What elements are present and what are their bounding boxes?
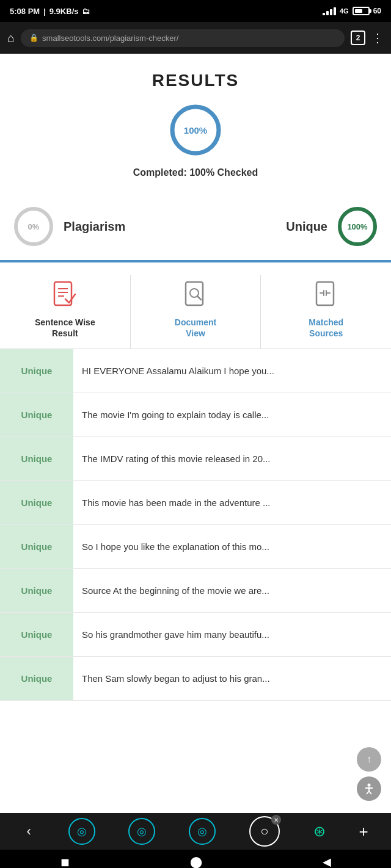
results-title: RESULTS bbox=[12, 71, 379, 90]
matched-icon bbox=[315, 281, 337, 311]
unique-circle: 100% bbox=[336, 205, 379, 248]
result-text: Then Sam slowly began to adjust to his g… bbox=[82, 672, 270, 685]
sentence-icon bbox=[53, 281, 76, 311]
network-speed: | bbox=[43, 7, 46, 16]
result-text-cell: The IMDV rating of this movie released i… bbox=[73, 437, 391, 480]
table-row: Unique The IMDV rating of this movie rel… bbox=[0, 437, 391, 481]
tab-document-label: DocumentView bbox=[175, 317, 216, 339]
accessibility-button[interactable] bbox=[357, 776, 381, 801]
tab-sentence-label: Sentence WiseResult bbox=[35, 317, 95, 339]
menu-icon[interactable]: ⋮ bbox=[371, 31, 384, 45]
results-section: RESULTS 100% Completed: 100% Checked bbox=[0, 54, 391, 205]
floating-buttons: ↑ bbox=[357, 747, 381, 801]
table-row: Unique So I hope you like the explanatio… bbox=[0, 525, 391, 569]
add-tab-button[interactable]: + bbox=[359, 822, 368, 841]
badge-label: Unique bbox=[21, 366, 53, 376]
battery-icon bbox=[353, 7, 370, 15]
unique-badge: Unique bbox=[0, 437, 73, 480]
badge-label: Unique bbox=[21, 497, 53, 508]
storage-icon: 🗂 bbox=[82, 7, 90, 16]
svg-point-17 bbox=[368, 784, 371, 787]
back-button[interactable]: ◼ bbox=[60, 855, 70, 868]
unique-label: Unique bbox=[286, 220, 327, 234]
close-badge: ✕ bbox=[271, 815, 281, 825]
svg-rect-12 bbox=[316, 282, 334, 305]
result-text: The movie I'm going to explain today is … bbox=[82, 408, 269, 421]
document-icon bbox=[185, 281, 206, 311]
results-table: Unique HI EVERYONE Assalamu Alaikum I ho… bbox=[0, 349, 391, 701]
svg-line-21 bbox=[369, 791, 371, 794]
unique-stat: Unique 100% bbox=[286, 205, 379, 248]
scroll-top-button[interactable]: ↑ bbox=[357, 747, 381, 772]
unique-badge: Unique bbox=[0, 569, 73, 612]
result-text-cell: Then Sam slowly began to adjust to his g… bbox=[73, 657, 391, 700]
url-bar[interactable]: 🔒 smallseotools.com/plagiarism-checker/ bbox=[21, 29, 345, 47]
steemit-icon[interactable]: ⊛ bbox=[313, 823, 326, 840]
tab-count[interactable]: 2 bbox=[351, 31, 365, 45]
badge-label: Unique bbox=[21, 673, 53, 684]
table-row: Unique So his grandmother gave him many … bbox=[0, 613, 391, 657]
tabs-section: Sentence WiseResult DocumentView bbox=[0, 262, 391, 349]
system-nav: ◼ ⬤ ◀ bbox=[0, 850, 391, 868]
tab-matched-sources[interactable]: MatchedSources bbox=[261, 275, 391, 349]
network-speed-value: 9.9KB/s bbox=[49, 7, 79, 16]
table-row: Unique Then Sam slowly began to adjust t… bbox=[0, 657, 391, 701]
result-text: So his grandmother gave him many beautif… bbox=[82, 628, 269, 641]
progress-percent: 100% bbox=[184, 125, 207, 136]
lock-icon: 🔒 bbox=[29, 34, 38, 42]
plagiarism-percent: 0% bbox=[28, 222, 40, 231]
result-text: This movie has been made in the adventur… bbox=[82, 496, 271, 509]
badge-label: Unique bbox=[21, 585, 53, 596]
result-text-cell: So I hope you like the explanation of th… bbox=[73, 525, 391, 568]
unique-percent: 100% bbox=[347, 222, 367, 231]
tab-document-view[interactable]: DocumentView bbox=[131, 275, 261, 349]
recents-button[interactable]: ◀ bbox=[323, 855, 331, 868]
bottom-nav: ‹ ◎ ◎ ◎ ○ ✕ ⊛ + bbox=[0, 813, 391, 850]
svg-rect-9 bbox=[186, 282, 203, 305]
unique-badge: Unique bbox=[0, 349, 73, 392]
browser-btn-3[interactable]: ◎ bbox=[189, 818, 216, 845]
progress-circle: 100% bbox=[168, 103, 223, 157]
home-icon[interactable]: ⌂ bbox=[7, 31, 15, 45]
main-content: RESULTS 100% Completed: 100% Checked 0% … bbox=[0, 54, 391, 813]
unique-badge: Unique bbox=[0, 393, 73, 436]
status-icons: 4G 60 bbox=[323, 7, 381, 15]
plagiarism-label: Plagiarism bbox=[64, 220, 125, 234]
browser-bar: ⌂ 🔒 smallseotools.com/plagiarism-checker… bbox=[0, 22, 391, 54]
unique-badge: Unique bbox=[0, 481, 73, 524]
home-button[interactable]: ⬤ bbox=[190, 855, 202, 868]
browser-btn-active[interactable]: ○ ✕ bbox=[249, 816, 280, 847]
time-display: 5:08 PM bbox=[10, 7, 40, 16]
browser-btn-2[interactable]: ◎ bbox=[128, 818, 155, 845]
plagiarism-stat: 0% Plagiarism bbox=[12, 205, 125, 248]
signal-icon bbox=[323, 7, 336, 15]
result-text-cell: This movie has been made in the adventur… bbox=[73, 481, 391, 524]
unique-badge: Unique bbox=[0, 657, 73, 700]
table-row: Unique The movie I'm going to explain to… bbox=[0, 393, 391, 437]
result-text: HI EVERYONE Assalamu Alaikum I hope you.… bbox=[82, 364, 274, 377]
progress-circle-container: 100% bbox=[12, 103, 379, 157]
result-text: Source At the beginning of the movie we … bbox=[82, 584, 269, 597]
network-type-icon: 4G bbox=[340, 7, 349, 15]
plagiarism-circle: 0% bbox=[12, 205, 55, 248]
url-text: smallseotools.com/plagiarism-checker/ bbox=[42, 34, 178, 43]
back-nav-button[interactable]: ‹ bbox=[23, 820, 34, 843]
table-row: Unique This movie has been made in the a… bbox=[0, 481, 391, 525]
badge-label: Unique bbox=[21, 629, 53, 640]
badge-label: Unique bbox=[21, 541, 53, 552]
result-text-cell: HI EVERYONE Assalamu Alaikum I hope you.… bbox=[73, 349, 391, 392]
tab-matched-label: MatchedSources bbox=[309, 317, 343, 339]
unique-badge: Unique bbox=[0, 613, 73, 656]
completed-text: Completed: 100% Checked bbox=[12, 167, 379, 178]
result-text-cell: The movie I'm going to explain today is … bbox=[73, 393, 391, 436]
battery-label: 60 bbox=[373, 7, 381, 15]
badge-label: Unique bbox=[21, 410, 53, 420]
result-text: So I hope you like the explanation of th… bbox=[82, 540, 269, 553]
result-text: The IMDV rating of this movie released i… bbox=[82, 452, 270, 465]
tab-sentence-wise[interactable]: Sentence WiseResult bbox=[0, 275, 131, 349]
badge-label: Unique bbox=[21, 454, 53, 464]
browser-btn-1[interactable]: ◎ bbox=[68, 818, 95, 845]
result-text-cell: So his grandmother gave him many beautif… bbox=[73, 613, 391, 656]
table-row: Unique HI EVERYONE Assalamu Alaikum I ho… bbox=[0, 349, 391, 393]
result-text-cell: Source At the beginning of the movie we … bbox=[73, 569, 391, 612]
